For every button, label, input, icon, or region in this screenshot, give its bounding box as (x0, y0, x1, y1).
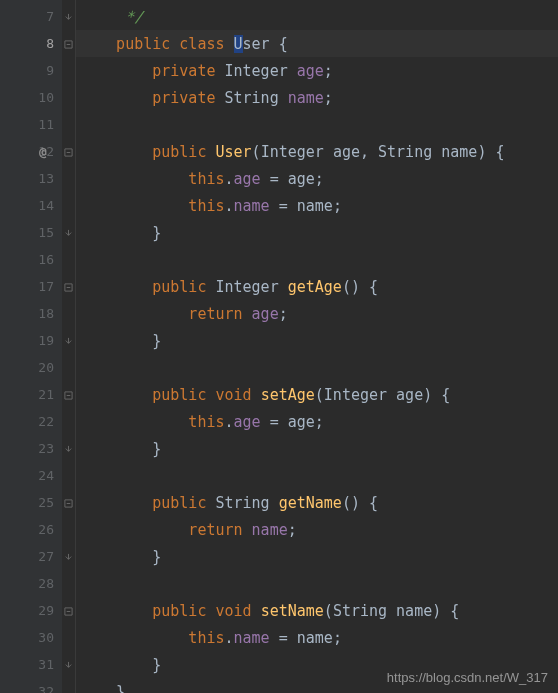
fold-row[interactable] (62, 3, 75, 30)
fold-open-icon[interactable] (64, 35, 73, 53)
token-kw: class (179, 35, 233, 53)
fold-close-icon[interactable] (64, 440, 73, 458)
watermark-text: https://blog.csdn.net/W_317 (387, 670, 548, 685)
token-ident: age (333, 143, 360, 161)
fold-row[interactable] (62, 489, 75, 516)
code-line[interactable]: */ (76, 3, 558, 30)
code-line[interactable] (76, 111, 558, 138)
fold-row[interactable] (62, 381, 75, 408)
token-brace: { (450, 602, 459, 620)
fold-close-icon[interactable] (64, 8, 73, 26)
code-line[interactable]: return name; (76, 516, 558, 543)
fold-close-icon[interactable] (64, 224, 73, 242)
token-punct: ; (333, 197, 342, 215)
token-kw: this (80, 170, 225, 188)
code-line[interactable]: this.age = age; (76, 408, 558, 435)
code-line[interactable]: this.name = name; (76, 624, 558, 651)
fold-close-icon[interactable] (64, 656, 73, 674)
fold-row[interactable] (62, 138, 75, 165)
code-line[interactable]: } (76, 435, 558, 462)
token-ident: name (396, 602, 432, 620)
code-line[interactable]: public String getName() { (76, 489, 558, 516)
gutter-row: 14 (0, 192, 62, 219)
fold-row (62, 354, 75, 381)
token-field: age (234, 413, 261, 431)
code-area[interactable]: */ public class User { private Integer a… (76, 0, 558, 693)
code-line[interactable]: return age; (76, 300, 558, 327)
code-line[interactable]: } (76, 327, 558, 354)
gutter-row: 15 (0, 219, 62, 246)
gutter-row: 31 (0, 651, 62, 678)
code-line[interactable]: public void setAge(Integer age) { (76, 381, 558, 408)
token-field: name (252, 521, 288, 539)
line-number: 10 (38, 90, 54, 105)
code-line[interactable]: private Integer age; (76, 57, 558, 84)
line-number: 14 (38, 198, 54, 213)
token-kw: public (80, 386, 215, 404)
token-method: getName (279, 494, 342, 512)
fold-open-icon[interactable] (64, 143, 73, 161)
code-line[interactable]: public Integer getAge() { (76, 273, 558, 300)
fold-row[interactable] (62, 219, 75, 246)
code-line[interactable]: private String name; (76, 84, 558, 111)
code-line[interactable] (76, 354, 558, 381)
fold-row (62, 462, 75, 489)
token-punct: ) (432, 602, 450, 620)
token-type: String (333, 602, 396, 620)
code-line[interactable]: public User(Integer age, String name) { (76, 138, 558, 165)
code-line[interactable]: public class User { (76, 30, 558, 57)
token-punct: () (342, 494, 369, 512)
code-line[interactable]: } (76, 219, 558, 246)
token-kw: public (80, 35, 179, 53)
code-line[interactable]: } (76, 543, 558, 570)
code-line[interactable]: this.name = name; (76, 192, 558, 219)
fold-row[interactable] (62, 543, 75, 570)
token-punct: . (225, 170, 234, 188)
fold-row (62, 570, 75, 597)
token-punct: . (225, 413, 234, 431)
token-method: User (215, 143, 251, 161)
fold-row[interactable] (62, 273, 75, 300)
code-editor[interactable]: 789101112@131415161718192021222324252627… (0, 0, 558, 693)
token-brace: } (80, 332, 161, 350)
token-type: Integer (324, 386, 396, 404)
gutter-row: 9 (0, 57, 62, 84)
override-icon[interactable]: @ (39, 144, 47, 159)
line-number: 25 (38, 495, 54, 510)
code-line[interactable] (76, 246, 558, 273)
line-number: 7 (46, 9, 54, 24)
fold-close-icon[interactable] (64, 332, 73, 350)
fold-row[interactable] (62, 597, 75, 624)
token-punct: ; (333, 629, 342, 647)
token-kw: private (80, 89, 225, 107)
gutter-row: 25 (0, 489, 62, 516)
token-kw: return (80, 305, 252, 323)
token-punct: ; (315, 170, 324, 188)
line-number: 27 (38, 549, 54, 564)
fold-open-icon[interactable] (64, 386, 73, 404)
gutter-row: 27 (0, 543, 62, 570)
fold-row[interactable] (62, 651, 75, 678)
token-brace: } (80, 224, 161, 242)
fold-close-icon[interactable] (64, 548, 73, 566)
fold-open-icon[interactable] (64, 494, 73, 512)
gutter-row: 13 (0, 165, 62, 192)
code-line[interactable] (76, 570, 558, 597)
code-line[interactable]: public void setName(String name) { (76, 597, 558, 624)
token-punct: ( (324, 602, 333, 620)
fold-row[interactable] (62, 327, 75, 354)
token-sel: U (234, 35, 243, 53)
token-punct: ; (315, 413, 324, 431)
line-number: 23 (38, 441, 54, 456)
line-number: 20 (38, 360, 54, 375)
gutter-row: 20 (0, 354, 62, 381)
token-type: String (215, 494, 278, 512)
fold-row[interactable] (62, 435, 75, 462)
token-brace: } (80, 656, 161, 674)
code-line[interactable]: this.age = age; (76, 165, 558, 192)
fold-row[interactable] (62, 30, 75, 57)
token-punct: , (360, 143, 378, 161)
code-line[interactable] (76, 462, 558, 489)
fold-open-icon[interactable] (64, 278, 73, 296)
fold-open-icon[interactable] (64, 602, 73, 620)
